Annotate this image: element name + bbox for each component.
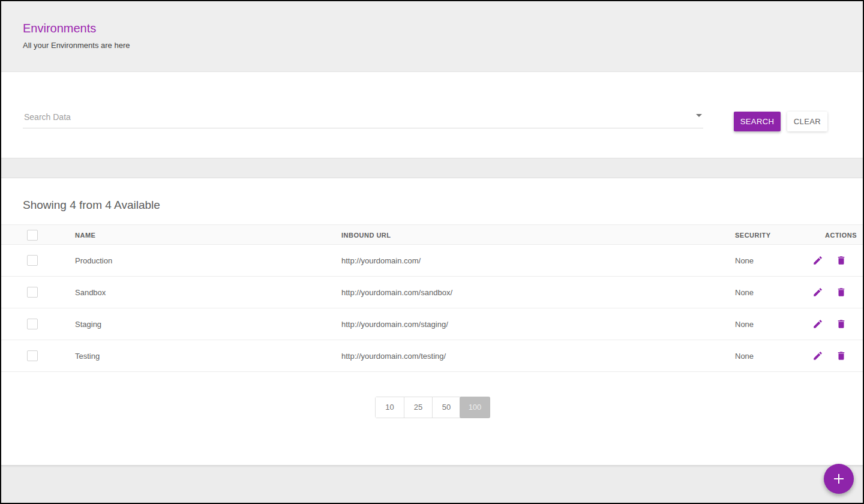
security-value: None (735, 340, 754, 372)
row-checkbox[interactable] (27, 319, 38, 329)
edit-pencil-icon[interactable] (812, 255, 823, 266)
search-field-wrap (23, 106, 703, 128)
table-row: Sandbox http://yourdomain.com/sandbox/ N… (1, 277, 863, 308)
page-size-10[interactable]: 10 (376, 397, 404, 418)
column-header-name: NAME (75, 225, 95, 245)
table-row: Production http://yourdomain.com/ None (1, 245, 863, 277)
row-checkbox[interactable] (27, 287, 38, 298)
edit-pencil-icon[interactable] (812, 319, 823, 329)
env-name: Sandbox (75, 277, 106, 308)
inbound-url: http://yourdomain.com/ (341, 245, 421, 277)
row-checkbox[interactable] (27, 350, 38, 361)
results-summary: Showing 4 from 4 Available (23, 199, 160, 212)
page-header: Environments All your Environments are h… (1, 1, 863, 72)
env-name: Testing (75, 340, 100, 372)
page-size-50[interactable]: 50 (432, 397, 460, 418)
column-header-inbound-url: INBOUND URL (341, 225, 391, 245)
column-header-security: SECURITY (735, 225, 771, 245)
table-row: Staging http://yourdomain.com/staging/ N… (1, 308, 863, 340)
page-size-100[interactable]: 100 (460, 397, 490, 418)
delete-trash-icon[interactable] (836, 287, 847, 298)
env-name: Production (75, 245, 112, 277)
select-all-checkbox[interactable] (27, 230, 38, 241)
delete-trash-icon[interactable] (836, 350, 847, 361)
add-environment-button[interactable] (824, 464, 854, 494)
page-size-selector: 10 25 50 100 (375, 397, 490, 418)
environments-page: Environments All your Environments are h… (0, 0, 864, 504)
footer-bar (1, 465, 863, 503)
delete-trash-icon[interactable] (836, 255, 847, 266)
search-section: SEARCH CLEAR (1, 72, 863, 158)
edit-pencil-icon[interactable] (812, 350, 823, 361)
clear-button[interactable]: CLEAR (787, 112, 827, 131)
edit-pencil-icon[interactable] (812, 287, 823, 298)
column-header-actions: ACTIONS (825, 225, 857, 245)
plus-icon (833, 473, 845, 485)
page-title: Environments (23, 22, 96, 35)
env-name: Staging (75, 308, 101, 340)
security-value: None (735, 308, 754, 340)
chevron-down-icon[interactable] (696, 114, 702, 117)
section-divider (1, 158, 863, 178)
security-value: None (735, 245, 754, 277)
inbound-url: http://yourdomain.com/sandbox/ (341, 277, 452, 308)
inbound-url: http://yourdomain.com/staging/ (341, 308, 448, 340)
inbound-url: http://yourdomain.com/testing/ (341, 340, 446, 372)
delete-trash-icon[interactable] (836, 319, 847, 329)
search-button[interactable]: SEARCH (734, 112, 781, 131)
page-subtitle: All your Environments are here (23, 41, 130, 50)
search-input[interactable] (23, 106, 703, 128)
security-value: None (735, 277, 754, 308)
page-size-25[interactable]: 25 (404, 397, 432, 418)
row-checkbox[interactable] (27, 255, 38, 266)
table-row: Testing http://yourdomain.com/testing/ N… (1, 340, 863, 372)
table-header-row: NAME INBOUND URL SECURITY ACTIONS (1, 224, 863, 245)
